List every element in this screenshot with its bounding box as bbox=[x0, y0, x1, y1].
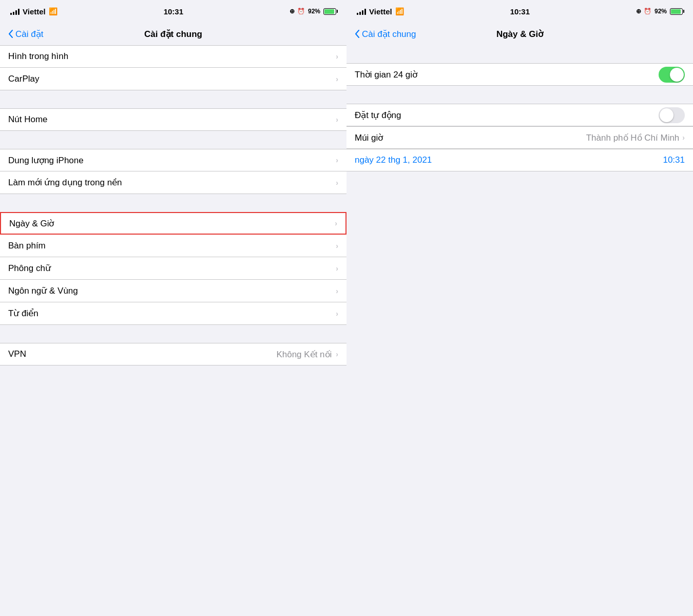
chevron-icon: › bbox=[335, 219, 337, 227]
wifi-icon-left: 📶 bbox=[49, 7, 57, 15]
chevron-left-icon-left bbox=[8, 30, 13, 38]
row-vpn-label: VPN bbox=[8, 349, 276, 359]
row-ngon-ngu[interactable]: Ngôn ngữ & Vùng › bbox=[0, 280, 346, 302]
time-right: 10:31 bbox=[510, 7, 530, 16]
row-tu-dien-label: Từ điển bbox=[8, 308, 336, 319]
toggle-thumb-24h bbox=[670, 68, 684, 82]
row-24h-label: Thời gian 24 giờ bbox=[355, 69, 659, 80]
nav-title-right: Ngày & Giờ bbox=[496, 29, 543, 40]
gap-2 bbox=[0, 131, 346, 149]
alarm-icon-left: ⏰ bbox=[297, 8, 305, 15]
row-lam-moi[interactable]: Làm mới ứng dụng trong nền › bbox=[0, 171, 346, 194]
nav-bar-right: Cài đặt chung Ngày & Giờ bbox=[346, 23, 693, 45]
status-left: Viettel 📶 bbox=[10, 7, 57, 16]
row-ban-phim-label: Bàn phím bbox=[8, 241, 336, 251]
datetime-date: ngày 22 thg 1, 2021 bbox=[355, 155, 432, 165]
row-vpn-value: Không Kết nối bbox=[276, 349, 332, 360]
chevron-icon: › bbox=[336, 156, 338, 164]
status-right-left: ⊕ ⏰ 92% bbox=[290, 8, 336, 15]
battery-fill-right bbox=[671, 9, 681, 14]
battery-fill-left bbox=[324, 9, 334, 14]
alarm-icon-right: ⏰ bbox=[644, 8, 651, 15]
status-icons-right: ⊕ ⏰ bbox=[636, 8, 651, 15]
group-1-left: Hình trong hình › CarPlay › bbox=[0, 45, 346, 90]
chevron-icon: › bbox=[336, 242, 338, 250]
row-tu-dien[interactable]: Từ điển › bbox=[0, 302, 346, 325]
status-left-right: Viettel 📶 bbox=[357, 7, 404, 16]
row-ngay-gio[interactable]: Ngày & Giờ › bbox=[0, 212, 346, 235]
group-5-left: VPN Không Kết nối › bbox=[0, 343, 346, 365]
row-dung-luong-label: Dung lượng iPhone bbox=[8, 155, 336, 166]
row-nut-home-label: Nút Home bbox=[8, 114, 336, 125]
time-left: 10:31 bbox=[164, 7, 183, 16]
row-lam-moi-label: Làm mới ứng dụng trong nền bbox=[8, 177, 336, 188]
chevron-icon: › bbox=[336, 287, 338, 295]
chevron-icon: › bbox=[336, 350, 338, 358]
row-phong-chu-label: Phông chữ bbox=[8, 263, 336, 274]
gap-1 bbox=[0, 90, 346, 108]
row-carplay[interactable]: CarPlay › bbox=[0, 68, 346, 90]
status-bar-left: Viettel 📶 10:31 ⊕ ⏰ 92% bbox=[0, 0, 346, 23]
back-button-right[interactable]: Cài đặt chung bbox=[355, 29, 416, 40]
group-4-left: Ngày & Giờ › Bàn phím › Phông chữ › Ngôn… bbox=[0, 212, 346, 325]
back-button-left[interactable]: Cài đặt bbox=[8, 29, 43, 40]
toggle-auto[interactable] bbox=[659, 107, 685, 123]
chevron-icon: › bbox=[336, 75, 338, 83]
nav-bar-left: Cài đặt Cài đặt chung bbox=[0, 23, 346, 45]
row-phong-chu[interactable]: Phông chữ › bbox=[0, 257, 346, 280]
gap-3 bbox=[0, 194, 346, 212]
battery-percent-right: 92% bbox=[654, 8, 667, 15]
row-dung-luong[interactable]: Dung lượng iPhone › bbox=[0, 149, 346, 171]
chevron-icon: › bbox=[336, 116, 338, 124]
row-auto-set[interactable]: Đặt tự động bbox=[346, 104, 693, 126]
row-timezone[interactable]: Múi giờ Thành phố Hồ Chí Minh › bbox=[346, 126, 693, 149]
group-time-format: Thời gian 24 giờ bbox=[346, 63, 693, 86]
row-vpn[interactable]: VPN Không Kết nối › bbox=[0, 343, 346, 365]
row-nut-home[interactable]: Nút Home › bbox=[0, 108, 346, 131]
chevron-icon: › bbox=[336, 52, 338, 61]
signal-bars-left bbox=[10, 8, 20, 15]
datetime-time: 10:31 bbox=[663, 155, 685, 165]
status-bar-right: Viettel 📶 10:31 ⊕ ⏰ 92% bbox=[346, 0, 693, 23]
battery-icon-right bbox=[670, 8, 683, 15]
status-icons-left: ⊕ ⏰ bbox=[290, 8, 305, 15]
chevron-icon: › bbox=[682, 133, 685, 142]
chevron-left-icon-right bbox=[355, 30, 360, 38]
chevron-icon: › bbox=[336, 310, 338, 318]
battery-percent-left: 92% bbox=[308, 8, 320, 15]
row-carplay-label: CarPlay bbox=[8, 74, 336, 84]
separator-1 bbox=[346, 86, 693, 104]
content-right: Thời gian 24 giờ Đặt tự động Múi giờ Thà… bbox=[346, 45, 693, 616]
status-center-right: 10:31 bbox=[404, 7, 636, 16]
carrier-right: Viettel bbox=[369, 7, 392, 16]
row-ngay-gio-label: Ngày & Giờ bbox=[9, 218, 335, 229]
signal-bars-right bbox=[357, 8, 366, 15]
content-left: Hình trong hình › CarPlay › Nút Home › D… bbox=[0, 45, 346, 616]
row-hinh-trong-hinh[interactable]: Hình trong hình › bbox=[0, 45, 346, 68]
row-ban-phim[interactable]: Bàn phím › bbox=[0, 235, 346, 257]
lock-icon-right: ⊕ bbox=[636, 8, 641, 15]
datetime-row: ngày 22 thg 1, 2021 10:31 bbox=[346, 149, 693, 171]
carrier-left: Viettel bbox=[23, 7, 46, 16]
back-label-left: Cài đặt bbox=[15, 29, 43, 40]
group-3-left: Dung lượng iPhone › Làm mới ứng dụng tro… bbox=[0, 149, 346, 194]
right-panel: Viettel 📶 10:31 ⊕ ⏰ 92% Cài đặt chung Ng… bbox=[346, 0, 693, 616]
status-right-right: ⊕ ⏰ 92% bbox=[636, 8, 683, 15]
toggle-24h[interactable] bbox=[659, 67, 685, 83]
row-timezone-value: Thành phố Hồ Chí Minh bbox=[586, 132, 680, 143]
back-label-right: Cài đặt chung bbox=[362, 29, 416, 40]
row-hinh-trong-hinh-label: Hình trong hình bbox=[8, 51, 336, 62]
battery-icon-left bbox=[323, 8, 336, 15]
status-center-left: 10:31 bbox=[57, 7, 290, 16]
chevron-icon: › bbox=[336, 179, 338, 187]
row-timezone-label: Múi giờ bbox=[355, 132, 586, 143]
group-auto-timezone: Đặt tự động Múi giờ Thành phố Hồ Chí Min… bbox=[346, 104, 693, 149]
wifi-icon-right: 📶 bbox=[395, 7, 404, 15]
gap-4 bbox=[0, 325, 346, 343]
group-2-left: Nút Home › bbox=[0, 108, 346, 131]
row-24h[interactable]: Thời gian 24 giờ bbox=[346, 63, 693, 86]
row-ngon-ngu-label: Ngôn ngữ & Vùng bbox=[8, 285, 336, 296]
top-separator bbox=[346, 45, 693, 63]
left-panel: Viettel 📶 10:31 ⊕ ⏰ 92% Cài đặt Cài đặt … bbox=[0, 0, 346, 616]
lock-icon-left: ⊕ bbox=[290, 8, 295, 15]
